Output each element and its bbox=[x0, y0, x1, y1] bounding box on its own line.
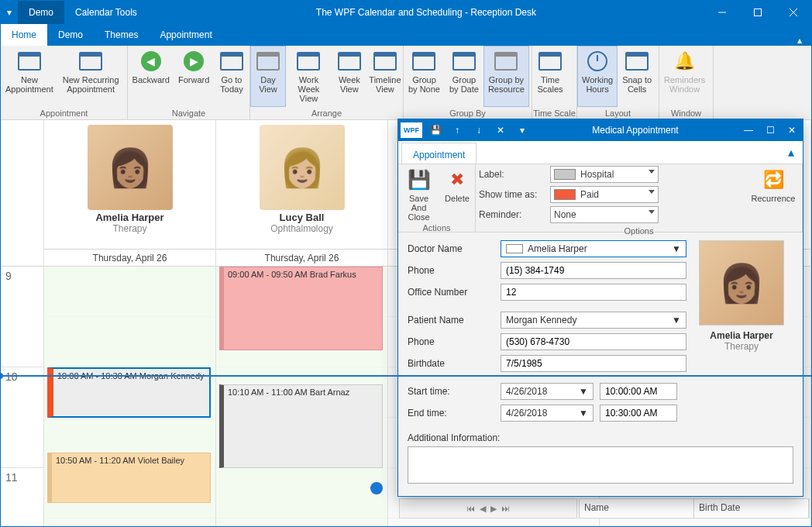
save-icon[interactable]: 💾 bbox=[425, 125, 446, 136]
label-label: Label: bbox=[479, 169, 547, 180]
color-swatch bbox=[554, 189, 576, 200]
time-slots[interactable]: 10:00 AM - 10:30 AM Morgan Kennedy10:50 … bbox=[44, 267, 215, 527]
ribbon-tab-home[interactable]: Home bbox=[1, 24, 47, 46]
clock-icon bbox=[587, 51, 607, 71]
snap-to-cells-button[interactable]: Snap to Cells bbox=[618, 46, 656, 107]
ribbon-tab-strip: Home Demo Themes Appointment ▴ bbox=[1, 24, 811, 46]
backward-button[interactable]: ◀ Backward bbox=[128, 46, 174, 107]
ribbon-collapse-icon[interactable]: ▴ bbox=[779, 141, 803, 164]
forward-button[interactable]: ▶ Forward bbox=[174, 46, 214, 107]
appointment[interactable]: 09:00 AM - 09:50 AM Brad Farkus bbox=[219, 267, 383, 350]
delete-icon: ✖ bbox=[445, 167, 470, 192]
delete-button[interactable]: ✖ Delete bbox=[439, 164, 475, 222]
office-number-input[interactable] bbox=[501, 284, 686, 301]
doctor-color-swatch bbox=[506, 244, 523, 253]
time-slots[interactable]: 09:00 AM - 09:50 AM Brad Farkus10:10 AM … bbox=[216, 267, 387, 527]
last-icon[interactable]: ⏭ bbox=[501, 504, 510, 513]
close-button[interactable] bbox=[776, 1, 811, 24]
reminders-window-button[interactable]: 🔔 Reminders Window bbox=[659, 46, 710, 107]
record-navigator[interactable]: ⏮ ◀ ▶ ⏭ bbox=[399, 498, 577, 518]
prev-icon[interactable]: ◀ bbox=[480, 504, 486, 514]
doctor-name-select[interactable]: Amelia Harper ▼ bbox=[501, 240, 686, 257]
quick-access-toolbar: ▾ bbox=[1, 7, 18, 18]
delete-qat-icon[interactable]: ✕ bbox=[490, 125, 511, 136]
qat-dropdown-icon[interactable]: ▾ bbox=[7, 7, 12, 18]
appointment[interactable]: 10:50 AM - 11:20 AM Violet Bailey bbox=[47, 453, 211, 503]
time-scale-icon bbox=[538, 52, 562, 71]
next-icon[interactable]: ▶ bbox=[490, 504, 497, 514]
resource-header: 👩🏽 Amelia Harper Therapy bbox=[44, 120, 215, 250]
start-time-input[interactable] bbox=[600, 383, 677, 400]
avatar: 👩🏽 bbox=[88, 125, 173, 210]
group-by-none-button[interactable]: Group by None bbox=[404, 46, 445, 107]
end-time-input[interactable] bbox=[600, 405, 677, 422]
time-scales-button[interactable]: Time Scales bbox=[532, 46, 568, 107]
group-by-resource-button[interactable]: Group by Resource bbox=[483, 46, 529, 107]
arrow-left-icon: ◀ bbox=[141, 51, 161, 71]
work-week-icon bbox=[297, 52, 320, 71]
dialog-minimize-button[interactable]: — bbox=[738, 125, 759, 136]
label-combo[interactable]: Hospital bbox=[550, 166, 659, 183]
ribbon-collapse-icon[interactable]: ▴ bbox=[788, 35, 811, 46]
group-resource-icon bbox=[494, 52, 518, 71]
group-by-date-button[interactable]: Group by Date bbox=[445, 46, 483, 107]
ribbon-tab-demo[interactable]: Demo bbox=[47, 24, 94, 46]
birthdate-input[interactable] bbox=[501, 355, 686, 372]
column-header-birthdate[interactable]: Birth Date bbox=[694, 499, 809, 518]
new-appointment-button[interactable]: New Appointment bbox=[1, 46, 58, 107]
window-title: The WPF Calendar and Scheduling - Recept… bbox=[148, 7, 704, 18]
reminder-combo[interactable]: None bbox=[550, 206, 659, 223]
work-week-view-button[interactable]: Work Week View bbox=[286, 46, 332, 107]
chevron-down-icon: ▼ bbox=[579, 386, 588, 397]
chevron-down-icon bbox=[649, 210, 655, 214]
timeline-icon bbox=[373, 52, 397, 71]
patient-name-select[interactable]: Morgan Kennedy▼ bbox=[501, 312, 686, 329]
additional-info-textarea[interactable] bbox=[408, 446, 793, 484]
patient-phone-input[interactable] bbox=[501, 333, 686, 350]
time-row: 9 bbox=[1, 267, 43, 367]
context-tab-calendar-tools[interactable]: Calendar Tools bbox=[64, 1, 148, 24]
end-date-picker[interactable]: 4/26/2018▼ bbox=[501, 405, 594, 422]
prev-icon[interactable]: ↑ bbox=[446, 125, 468, 136]
resource-role: Therapy bbox=[112, 223, 146, 234]
start-date-picker[interactable]: 4/26/2018▼ bbox=[501, 383, 594, 400]
timeline-view-button[interactable]: Timeline View bbox=[367, 46, 403, 107]
resource-header: 👩🏼 Lucy Ball Ophthalmology bbox=[216, 120, 387, 250]
dialog-close-button[interactable]: ✕ bbox=[781, 125, 803, 136]
dialog-maximize-button[interactable]: ☐ bbox=[759, 125, 781, 136]
doctor-phone-input[interactable] bbox=[501, 262, 686, 279]
chevron-down-icon: ▼ bbox=[579, 408, 588, 418]
appointment[interactable]: 10:10 AM - 11:00 AM Bart Arnaz bbox=[219, 384, 383, 468]
recurrence-button[interactable]: 🔁 Recurrence bbox=[745, 164, 802, 225]
context-tab-demo[interactable]: Demo bbox=[18, 1, 64, 24]
show-time-as-combo[interactable]: Paid bbox=[550, 186, 659, 203]
ribbon-group-label: Layout bbox=[577, 107, 659, 119]
save-and-close-button[interactable]: 💾 Save And Close bbox=[398, 164, 439, 222]
maximize-button[interactable] bbox=[740, 1, 776, 24]
day-view-button[interactable]: Day View bbox=[250, 46, 286, 107]
week-view-icon bbox=[338, 52, 361, 71]
dialog-tab-appointment[interactable]: Appointment bbox=[401, 143, 477, 164]
show-time-as-label: Show time as: bbox=[479, 189, 547, 200]
ribbon-tab-appointment[interactable]: Appointment bbox=[149, 24, 222, 46]
more-indicator-icon[interactable] bbox=[370, 482, 383, 494]
first-icon[interactable]: ⏮ bbox=[466, 504, 475, 513]
appointment-dialog: WPF 💾 ↑ ↓ ✕ ▾ Medical Appointment — ☐ ✕ … bbox=[397, 119, 803, 497]
date-header: Thursday, April 26 bbox=[216, 250, 387, 267]
column-header-name[interactable]: Name bbox=[580, 499, 694, 518]
minimize-button[interactable] bbox=[704, 1, 740, 24]
patient-phone-label: Phone bbox=[408, 336, 494, 347]
bell-icon: 🔔 bbox=[673, 49, 697, 74]
color-swatch bbox=[554, 169, 576, 180]
resource-name: Lucy Ball bbox=[280, 212, 325, 223]
ribbon-group-label: Appointment bbox=[1, 107, 127, 119]
week-view-button[interactable]: Week View bbox=[332, 46, 367, 107]
qat-dropdown-icon[interactable]: ▾ bbox=[511, 125, 533, 136]
chevron-down-icon: ▼ bbox=[672, 243, 681, 254]
new-recurring-appointment-button[interactable]: New Recurring Appointment bbox=[58, 46, 124, 107]
working-hours-button[interactable]: Working Hours bbox=[577, 46, 618, 107]
go-to-today-button[interactable]: Go to Today bbox=[214, 46, 249, 107]
ribbon: New Appointment New Recurring Appointmen… bbox=[1, 46, 811, 120]
next-icon[interactable]: ↓ bbox=[468, 125, 490, 136]
ribbon-tab-themes[interactable]: Themes bbox=[94, 24, 149, 46]
